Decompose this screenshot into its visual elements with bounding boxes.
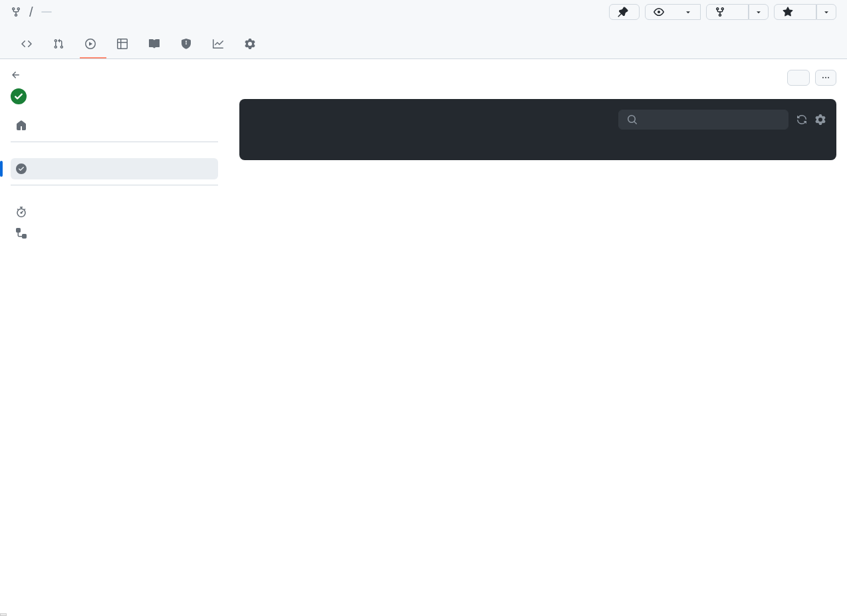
chevron-down-icon [755,8,763,16]
sidebar-jobs-heading [11,142,218,158]
chevron-down-icon [822,8,830,16]
arrow-left-icon [11,70,21,80]
code-icon [21,39,32,49]
repo-path: / [11,5,609,20]
home-icon [16,120,27,131]
stopwatch-icon [16,207,27,217]
tab-wiki[interactable] [144,33,170,58]
visibility-badge [41,11,52,13]
sidebar-run-details-heading [11,185,218,201]
sidebar-usage[interactable] [11,201,218,223]
rerun-all-jobs-button[interactable] [787,70,810,86]
tab-actions[interactable] [80,33,106,58]
fork-button[interactable] [706,4,749,20]
search-icon [627,114,638,125]
log-panel [239,99,836,160]
star-button[interactable] [774,4,816,20]
log-settings-button[interactable] [815,114,826,125]
book-icon [149,39,160,49]
breadcrumb[interactable] [11,70,218,88]
search-logs-input[interactable] [643,114,780,125]
star-icon [783,7,793,17]
fork-icon [11,7,21,17]
play-icon [85,39,96,49]
sidebar-summary[interactable] [11,115,218,136]
table-icon [117,39,128,49]
pin-button[interactable] [609,4,640,20]
gear-icon [815,114,826,125]
shield-icon [181,39,191,49]
eye-icon [654,7,664,17]
gear-icon [245,39,255,49]
forked-from [11,20,836,33]
kebab-icon [822,72,829,83]
sync-icon [796,114,807,125]
chevron-down-icon [684,8,692,16]
graph-icon [213,39,223,49]
tab-settings[interactable] [239,33,266,58]
refresh-logs-button[interactable] [796,114,807,125]
fork-dropdown[interactable] [749,4,769,20]
check-circle-icon [11,88,27,104]
star-dropdown[interactable] [816,4,836,20]
tab-pull-requests[interactable] [48,33,74,58]
tab-code[interactable] [16,33,43,58]
sidebar-workflow-file[interactable] [11,223,218,244]
pull-request-icon [53,39,64,49]
log-output [239,140,836,150]
sidebar-job-build[interactable] [11,158,218,179]
more-options-button[interactable] [815,70,836,86]
tab-insights[interactable] [207,33,234,58]
tab-security[interactable] [176,33,202,58]
fork-icon [715,7,725,17]
pin-icon [618,7,628,17]
check-circle-icon [16,163,27,174]
tab-projects[interactable] [112,33,138,58]
watch-button[interactable] [645,4,701,20]
workflow-icon [16,228,27,239]
search-logs[interactable] [618,110,788,130]
